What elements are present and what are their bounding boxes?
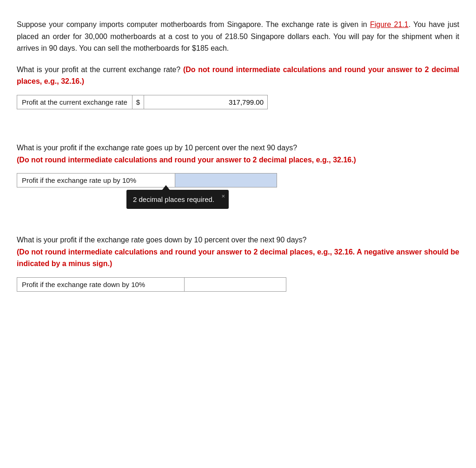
question2-block: What is your profit if the exchange rate… bbox=[17, 142, 459, 187]
question3-input-row: Profit if the exchange rate down by 10% bbox=[17, 277, 286, 292]
intro-text1: Suppose your company imports computer mo… bbox=[17, 20, 370, 28]
question2-input-row: Profit if the exchange rate up by 10% bbox=[17, 173, 277, 187]
question1-plain: What is your profit at the current excha… bbox=[17, 66, 183, 74]
question1-input-row: Profit at the current exchange rate $ bbox=[17, 95, 268, 109]
question3-input[interactable] bbox=[185, 278, 286, 291]
question2-plain: What is your profit if the exchange rate… bbox=[17, 144, 297, 152]
question1-label: Profit at the current exchange rate bbox=[17, 95, 132, 109]
question1-block: What is your profit at the current excha… bbox=[17, 64, 459, 109]
intro-paragraph: Suppose your company imports computer mo… bbox=[17, 19, 459, 54]
figure-link[interactable]: Figure 21.1 bbox=[370, 20, 409, 28]
question3-label: Profit if the exchange rate down by 10% bbox=[17, 278, 185, 291]
question2-label: Profit if the exchange rate up by 10% bbox=[17, 174, 175, 187]
question2-input[interactable] bbox=[175, 174, 277, 187]
question3-text: What is your profit if the exchange rate… bbox=[17, 234, 459, 270]
question1-text: What is your profit at the current excha… bbox=[17, 64, 459, 87]
tooltip-popup: × 2 decimal places required. bbox=[126, 190, 229, 209]
question3-bold: (Do not round intermediate calculations … bbox=[17, 248, 459, 268]
question2-bold: (Do not round intermediate calculations … bbox=[17, 156, 356, 164]
question3-plain: What is your profit if the exchange rate… bbox=[17, 236, 306, 244]
tooltip-close-btn[interactable]: × bbox=[221, 192, 225, 201]
question1-currency: $ bbox=[132, 95, 144, 109]
tooltip-message: 2 decimal places required. bbox=[133, 195, 214, 203]
question3-block: What is your profit if the exchange rate… bbox=[17, 234, 459, 292]
question1-input[interactable] bbox=[144, 95, 267, 109]
question2-text: What is your profit if the exchange rate… bbox=[17, 142, 459, 166]
